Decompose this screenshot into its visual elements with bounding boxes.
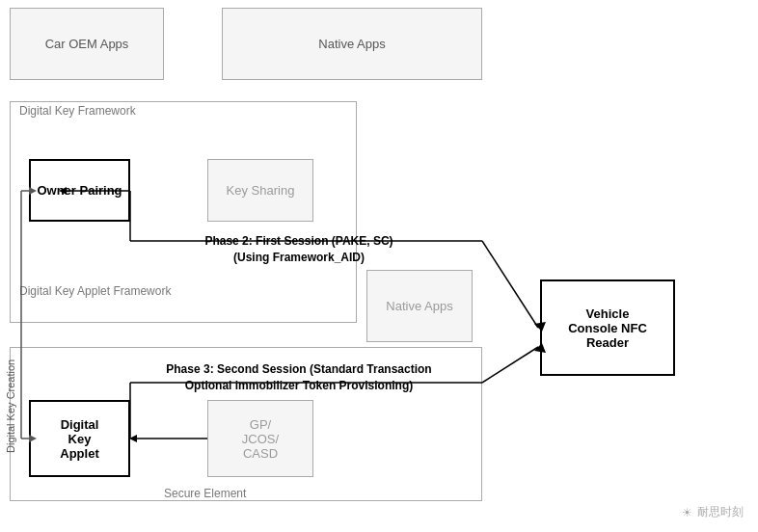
- car-oem-box: Car OEM Apps: [10, 8, 164, 80]
- owner-pairing-label: Owner Pairing: [37, 183, 122, 198]
- watermark-icon: ☀: [682, 506, 692, 519]
- svg-line-6: [482, 241, 538, 328]
- svg-line-9: [482, 347, 538, 383]
- watermark: ☀ 耐思时刻: [682, 504, 744, 520]
- gp-jcos-label: GP/JCOS/CASD: [242, 417, 279, 461]
- phase3-text: Phase 3: Second Session (Standard Transa…: [135, 361, 463, 394]
- digital-key-applet-framework-label: Digital Key Applet Framework: [19, 284, 171, 298]
- digital-key-applet-label: DigitalKeyApplet: [60, 417, 98, 461]
- digital-key-applet-box: DigitalKeyApplet: [29, 400, 130, 477]
- native-apps-mid-label: Native Apps: [386, 299, 452, 313]
- digital-key-framework-label: Digital Key Framework: [19, 104, 136, 118]
- vehicle-console-label: VehicleConsole NFCReader: [568, 306, 647, 350]
- watermark-text: 耐思时刻: [697, 504, 744, 520]
- digital-key-creation-label: Digital Key Creation: [5, 279, 16, 453]
- phase2-text: Phase 2: First Session (PAKE, SC)(Using …: [135, 233, 463, 266]
- key-sharing-box: Key Sharing: [207, 159, 313, 222]
- diagram-container: Car OEM Apps Native Apps Digital Key Fra…: [0, 0, 758, 532]
- car-oem-label: Car OEM Apps: [45, 37, 129, 51]
- gp-jcos-casd-box: GP/JCOS/CASD: [207, 400, 313, 477]
- native-apps-mid-box: Native Apps: [366, 270, 473, 342]
- secure-element-label: Secure Element: [164, 487, 246, 500]
- key-sharing-label: Key Sharing: [227, 183, 295, 198]
- owner-pairing-box: Owner Pairing: [29, 159, 130, 222]
- native-apps-top-box: Native Apps: [222, 8, 482, 80]
- vehicle-console-box: VehicleConsole NFCReader: [540, 279, 675, 376]
- native-apps-top-label: Native Apps: [318, 37, 385, 51]
